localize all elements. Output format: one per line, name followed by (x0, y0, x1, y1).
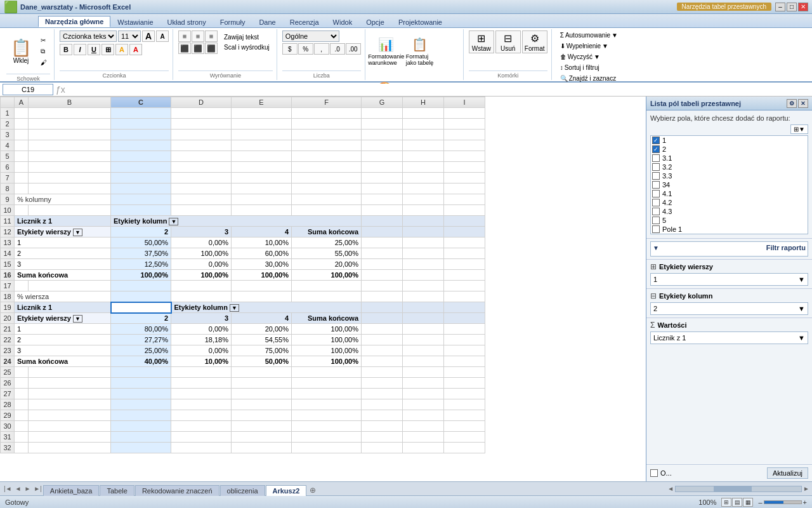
tab-insert[interactable]: Wstawianie (110, 17, 160, 27)
col-labels-1[interactable]: Etykiety kolumn ▼ (111, 216, 362, 227)
field-item-1[interactable]: ✓ 1 (651, 136, 808, 145)
align-top-center-button[interactable]: ≡ (192, 30, 204, 42)
field-item-3-1[interactable]: 3.1 (651, 154, 808, 163)
field-checkbox-4-3[interactable] (652, 208, 660, 215)
zoom-slider[interactable] (764, 500, 802, 504)
font-color-button[interactable]: A (129, 44, 142, 55)
tab-design[interactable]: Projektowanie (391, 17, 449, 27)
clear-button[interactable]: 🗑 Wyczyść ▼ (557, 52, 621, 62)
col-header-h[interactable]: H (403, 97, 444, 108)
field-item-pole1[interactable]: Pole 1 (651, 225, 808, 234)
sheet-tab-obliczenia[interactable]: obliczenia (220, 485, 265, 496)
align-top-left-button[interactable]: ≡ (178, 30, 191, 42)
field-item-3-3[interactable]: 3.3 (651, 171, 808, 180)
field-checkbox-4-2[interactable] (652, 199, 660, 206)
values-dropdown[interactable]: Licznik z 1 ▼ (650, 331, 808, 344)
number-format-select[interactable]: Ogólne (282, 30, 339, 42)
nav-prev-button[interactable]: ◄ (14, 485, 23, 492)
nav-first-button[interactable]: |◄ (3, 485, 13, 492)
insert-button[interactable]: ⊞ Wstaw (469, 30, 494, 53)
selected-cell-c19[interactable] (111, 302, 171, 313)
copy-button[interactable]: ⧉ (37, 46, 50, 57)
border-button[interactable]: ⊞ (102, 44, 114, 55)
align-right-button[interactable]: ⬛ (205, 43, 218, 54)
field-checkbox-4-1[interactable] (652, 190, 660, 197)
comma-button[interactable]: , (314, 43, 329, 55)
col-labels-dropdown[interactable]: 2 ▼ (650, 302, 808, 315)
field-checkbox-2[interactable]: ✓ (652, 145, 660, 153)
field-checkbox-3-1[interactable] (652, 154, 660, 162)
col-header-c[interactable]: C (111, 97, 171, 108)
tab-page-layout[interactable]: Układ strony (160, 17, 213, 27)
field-item-2[interactable]: ✓ 2 (651, 145, 808, 154)
formula-input[interactable] (68, 84, 809, 95)
col-header-f[interactable]: F (292, 97, 362, 108)
dec-decrease-button[interactable]: .00 (346, 43, 361, 55)
conditional-formatting-button[interactable]: 📊 Formatowanie warunkowe (370, 30, 402, 72)
align-left-button[interactable]: ⬛ (178, 43, 191, 54)
view-options-button[interactable]: ⊞▼ (790, 124, 808, 134)
row-labels-dropdown[interactable]: 1 ▼ (650, 273, 808, 286)
name-box[interactable] (3, 84, 53, 95)
find-select-button[interactable]: 🔍 Znajdź i zaznacz (557, 74, 621, 83)
font-size-select[interactable]: 11 (118, 30, 141, 42)
format-painter-button[interactable]: 🖌 (37, 58, 50, 67)
panel-close-button[interactable]: ✕ (798, 99, 808, 108)
field-checkbox-1[interactable]: ✓ (652, 137, 660, 144)
align-top-right-button[interactable]: ≡ (205, 30, 218, 42)
align-center-button[interactable]: ⬛ (192, 43, 204, 54)
font-shrink-button[interactable]: A (156, 30, 169, 42)
sheet-tab-arkusz2[interactable]: Arkusz2 (266, 485, 307, 496)
col-header-b[interactable]: B (29, 97, 111, 108)
maximize-button[interactable]: □ (787, 3, 797, 11)
tab-review[interactable]: Recenzja (283, 17, 326, 27)
field-item-4-1[interactable]: 4.1 (651, 189, 808, 198)
close-button[interactable]: ✕ (798, 3, 808, 11)
format-as-table-button[interactable]: 📋 Formatuj jako tabelę (404, 30, 436, 72)
sort-filter-button[interactable]: ↕ Sortuj i filtruj (557, 63, 621, 72)
percent-button[interactable]: % (298, 43, 313, 55)
field-checkbox-3-3[interactable] (652, 172, 660, 180)
nav-last-button[interactable]: ►| (32, 485, 43, 492)
normal-view-button[interactable]: ⊞ (721, 498, 731, 507)
underline-button[interactable]: U (88, 44, 100, 55)
grid-scroll[interactable]: A B C D E F G H I 1 (0, 97, 646, 481)
italic-button[interactable]: I (74, 44, 86, 55)
font-name-select[interactable]: Czcionka tekstu (60, 30, 117, 42)
bold-button[interactable]: B (60, 44, 72, 55)
tab-data[interactable]: Dane (252, 17, 282, 27)
col-header-i[interactable]: I (444, 97, 485, 108)
row-labels-2[interactable]: Etykiety wierszy ▼ (15, 313, 111, 324)
field-item-3-2[interactable]: 3.2 (651, 163, 808, 171)
percent-column-label[interactable]: % kolumny (15, 194, 111, 205)
col-labels-2[interactable]: Etykiety kolumn ▼ (171, 302, 362, 313)
minimize-button[interactable]: – (775, 3, 785, 11)
sheet-tab-rekodowanie[interactable]: Rekodowanie znaczeń (135, 485, 219, 496)
defer-update-checkbox-area[interactable]: O... (650, 469, 672, 477)
format-button[interactable]: ⚙ Format (522, 30, 547, 53)
field-checkbox-34[interactable] (652, 181, 660, 189)
col-header-d[interactable]: D (171, 97, 232, 108)
delete-button[interactable]: ⊟ Usuń (495, 30, 521, 53)
zoom-out-button[interactable]: – (758, 498, 762, 506)
col-header-a[interactable]: A (15, 97, 29, 108)
fill-color-button[interactable]: A (115, 44, 128, 55)
dec-increase-button[interactable]: .0 (330, 43, 345, 55)
tab-formulas[interactable]: Formuły (213, 17, 252, 27)
fill-button[interactable]: ⬇ Wypełnienie ▼ (557, 41, 621, 51)
field-checkbox-5[interactable] (652, 217, 660, 224)
wrap-text-button[interactable]: Zawijaj tekst (221, 32, 273, 42)
paste-button[interactable]: 📋 Wklej (6, 30, 36, 72)
panel-settings-button[interactable]: ⚙ (787, 99, 797, 108)
sheet-tab-ankieta[interactable]: Ankieta_baza (43, 485, 100, 496)
scroll-left-button[interactable]: ◄ (667, 485, 674, 492)
add-sheet-button[interactable]: ⊕ (307, 485, 318, 496)
field-item-5[interactable]: 5 (651, 216, 808, 225)
autosum-button[interactable]: Σ Autosumowanie ▼ (557, 30, 621, 40)
defer-update-checkbox[interactable] (650, 469, 658, 477)
nav-next-button[interactable]: ► (23, 485, 32, 492)
update-button[interactable]: Aktualizuj (767, 467, 808, 479)
licznik-label[interactable]: Licznik z 1 (15, 216, 111, 227)
merge-center-button[interactable]: Scal i wyśrodkuj (221, 43, 273, 52)
col-header-g[interactable]: G (362, 97, 403, 108)
